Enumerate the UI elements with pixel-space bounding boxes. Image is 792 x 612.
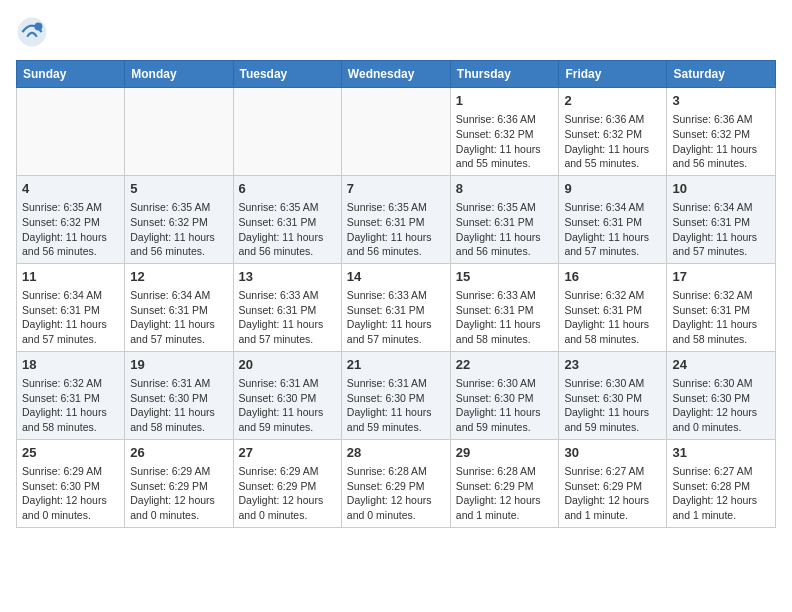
day-number: 7	[347, 180, 445, 198]
day-info: Sunrise: 6:34 AM Sunset: 6:31 PM Dayligh…	[672, 200, 770, 259]
weekday-header-thursday: Thursday	[450, 61, 559, 88]
logo-icon	[16, 16, 48, 48]
calendar-cell: 11Sunrise: 6:34 AM Sunset: 6:31 PM Dayli…	[17, 263, 125, 351]
weekday-header-monday: Monday	[125, 61, 233, 88]
day-info: Sunrise: 6:31 AM Sunset: 6:30 PM Dayligh…	[130, 376, 227, 435]
calendar-cell: 22Sunrise: 6:30 AM Sunset: 6:30 PM Dayli…	[450, 351, 559, 439]
day-number: 13	[239, 268, 336, 286]
calendar-cell: 30Sunrise: 6:27 AM Sunset: 6:29 PM Dayli…	[559, 439, 667, 527]
day-number: 5	[130, 180, 227, 198]
calendar-cell: 18Sunrise: 6:32 AM Sunset: 6:31 PM Dayli…	[17, 351, 125, 439]
day-info: Sunrise: 6:32 AM Sunset: 6:31 PM Dayligh…	[22, 376, 119, 435]
week-row-4: 18Sunrise: 6:32 AM Sunset: 6:31 PM Dayli…	[17, 351, 776, 439]
week-row-2: 4Sunrise: 6:35 AM Sunset: 6:32 PM Daylig…	[17, 175, 776, 263]
weekday-header-wednesday: Wednesday	[341, 61, 450, 88]
day-info: Sunrise: 6:36 AM Sunset: 6:32 PM Dayligh…	[456, 112, 554, 171]
day-info: Sunrise: 6:35 AM Sunset: 6:32 PM Dayligh…	[22, 200, 119, 259]
day-info: Sunrise: 6:35 AM Sunset: 6:32 PM Dayligh…	[130, 200, 227, 259]
calendar-cell: 5Sunrise: 6:35 AM Sunset: 6:32 PM Daylig…	[125, 175, 233, 263]
calendar-cell: 10Sunrise: 6:34 AM Sunset: 6:31 PM Dayli…	[667, 175, 776, 263]
calendar-cell	[17, 88, 125, 176]
day-info: Sunrise: 6:34 AM Sunset: 6:31 PM Dayligh…	[130, 288, 227, 347]
day-info: Sunrise: 6:36 AM Sunset: 6:32 PM Dayligh…	[564, 112, 661, 171]
calendar-cell: 17Sunrise: 6:32 AM Sunset: 6:31 PM Dayli…	[667, 263, 776, 351]
calendar-cell: 16Sunrise: 6:32 AM Sunset: 6:31 PM Dayli…	[559, 263, 667, 351]
calendar: SundayMondayTuesdayWednesdayThursdayFrid…	[16, 60, 776, 528]
day-number: 12	[130, 268, 227, 286]
day-number: 29	[456, 444, 554, 462]
day-info: Sunrise: 6:33 AM Sunset: 6:31 PM Dayligh…	[239, 288, 336, 347]
week-row-3: 11Sunrise: 6:34 AM Sunset: 6:31 PM Dayli…	[17, 263, 776, 351]
calendar-cell: 28Sunrise: 6:28 AM Sunset: 6:29 PM Dayli…	[341, 439, 450, 527]
day-number: 3	[672, 92, 770, 110]
day-number: 1	[456, 92, 554, 110]
day-info: Sunrise: 6:28 AM Sunset: 6:29 PM Dayligh…	[456, 464, 554, 523]
day-number: 19	[130, 356, 227, 374]
day-info: Sunrise: 6:29 AM Sunset: 6:30 PM Dayligh…	[22, 464, 119, 523]
day-number: 16	[564, 268, 661, 286]
day-number: 24	[672, 356, 770, 374]
day-number: 18	[22, 356, 119, 374]
week-row-1: 1Sunrise: 6:36 AM Sunset: 6:32 PM Daylig…	[17, 88, 776, 176]
day-number: 2	[564, 92, 661, 110]
calendar-cell: 7Sunrise: 6:35 AM Sunset: 6:31 PM Daylig…	[341, 175, 450, 263]
calendar-cell: 12Sunrise: 6:34 AM Sunset: 6:31 PM Dayli…	[125, 263, 233, 351]
calendar-cell	[125, 88, 233, 176]
calendar-cell: 31Sunrise: 6:27 AM Sunset: 6:28 PM Dayli…	[667, 439, 776, 527]
weekday-header-friday: Friday	[559, 61, 667, 88]
day-info: Sunrise: 6:32 AM Sunset: 6:31 PM Dayligh…	[672, 288, 770, 347]
weekday-header-row: SundayMondayTuesdayWednesdayThursdayFrid…	[17, 61, 776, 88]
day-number: 10	[672, 180, 770, 198]
day-number: 22	[456, 356, 554, 374]
day-info: Sunrise: 6:30 AM Sunset: 6:30 PM Dayligh…	[456, 376, 554, 435]
day-number: 6	[239, 180, 336, 198]
calendar-cell: 24Sunrise: 6:30 AM Sunset: 6:30 PM Dayli…	[667, 351, 776, 439]
day-info: Sunrise: 6:32 AM Sunset: 6:31 PM Dayligh…	[564, 288, 661, 347]
day-number: 9	[564, 180, 661, 198]
header	[16, 16, 776, 48]
day-number: 27	[239, 444, 336, 462]
calendar-cell: 26Sunrise: 6:29 AM Sunset: 6:29 PM Dayli…	[125, 439, 233, 527]
calendar-cell: 13Sunrise: 6:33 AM Sunset: 6:31 PM Dayli…	[233, 263, 341, 351]
svg-point-1	[34, 22, 42, 30]
day-info: Sunrise: 6:29 AM Sunset: 6:29 PM Dayligh…	[130, 464, 227, 523]
day-info: Sunrise: 6:30 AM Sunset: 6:30 PM Dayligh…	[672, 376, 770, 435]
day-info: Sunrise: 6:34 AM Sunset: 6:31 PM Dayligh…	[564, 200, 661, 259]
day-info: Sunrise: 6:36 AM Sunset: 6:32 PM Dayligh…	[672, 112, 770, 171]
day-number: 21	[347, 356, 445, 374]
calendar-cell: 9Sunrise: 6:34 AM Sunset: 6:31 PM Daylig…	[559, 175, 667, 263]
day-number: 23	[564, 356, 661, 374]
weekday-header-saturday: Saturday	[667, 61, 776, 88]
day-number: 31	[672, 444, 770, 462]
day-number: 4	[22, 180, 119, 198]
calendar-cell	[233, 88, 341, 176]
day-info: Sunrise: 6:35 AM Sunset: 6:31 PM Dayligh…	[239, 200, 336, 259]
calendar-cell: 19Sunrise: 6:31 AM Sunset: 6:30 PM Dayli…	[125, 351, 233, 439]
day-info: Sunrise: 6:31 AM Sunset: 6:30 PM Dayligh…	[347, 376, 445, 435]
calendar-cell: 15Sunrise: 6:33 AM Sunset: 6:31 PM Dayli…	[450, 263, 559, 351]
calendar-cell: 23Sunrise: 6:30 AM Sunset: 6:30 PM Dayli…	[559, 351, 667, 439]
day-number: 25	[22, 444, 119, 462]
day-info: Sunrise: 6:33 AM Sunset: 6:31 PM Dayligh…	[347, 288, 445, 347]
day-info: Sunrise: 6:28 AM Sunset: 6:29 PM Dayligh…	[347, 464, 445, 523]
day-info: Sunrise: 6:27 AM Sunset: 6:29 PM Dayligh…	[564, 464, 661, 523]
weekday-header-tuesday: Tuesday	[233, 61, 341, 88]
day-number: 28	[347, 444, 445, 462]
day-info: Sunrise: 6:35 AM Sunset: 6:31 PM Dayligh…	[456, 200, 554, 259]
calendar-cell: 6Sunrise: 6:35 AM Sunset: 6:31 PM Daylig…	[233, 175, 341, 263]
calendar-cell: 25Sunrise: 6:29 AM Sunset: 6:30 PM Dayli…	[17, 439, 125, 527]
calendar-cell: 1Sunrise: 6:36 AM Sunset: 6:32 PM Daylig…	[450, 88, 559, 176]
day-number: 8	[456, 180, 554, 198]
day-info: Sunrise: 6:29 AM Sunset: 6:29 PM Dayligh…	[239, 464, 336, 523]
calendar-cell: 14Sunrise: 6:33 AM Sunset: 6:31 PM Dayli…	[341, 263, 450, 351]
day-info: Sunrise: 6:35 AM Sunset: 6:31 PM Dayligh…	[347, 200, 445, 259]
day-number: 14	[347, 268, 445, 286]
day-number: 30	[564, 444, 661, 462]
calendar-cell: 20Sunrise: 6:31 AM Sunset: 6:30 PM Dayli…	[233, 351, 341, 439]
day-info: Sunrise: 6:33 AM Sunset: 6:31 PM Dayligh…	[456, 288, 554, 347]
day-info: Sunrise: 6:30 AM Sunset: 6:30 PM Dayligh…	[564, 376, 661, 435]
calendar-cell: 29Sunrise: 6:28 AM Sunset: 6:29 PM Dayli…	[450, 439, 559, 527]
day-info: Sunrise: 6:34 AM Sunset: 6:31 PM Dayligh…	[22, 288, 119, 347]
calendar-cell: 4Sunrise: 6:35 AM Sunset: 6:32 PM Daylig…	[17, 175, 125, 263]
day-info: Sunrise: 6:31 AM Sunset: 6:30 PM Dayligh…	[239, 376, 336, 435]
